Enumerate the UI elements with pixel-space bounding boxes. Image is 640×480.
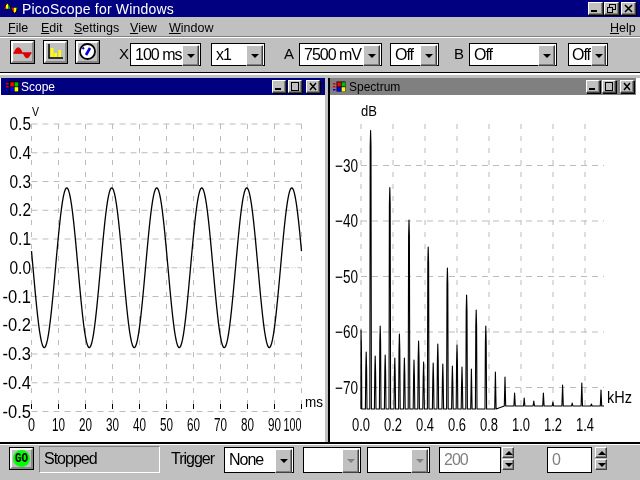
svg-text:GO: GO	[15, 452, 28, 466]
svg-text:−50: −50	[335, 267, 358, 287]
svg-text:50: 50	[160, 415, 173, 435]
svg-text:1.0: 1.0	[512, 415, 530, 435]
svg-text:40: 40	[133, 415, 146, 435]
svg-text:kHz: kHz	[607, 389, 632, 406]
svg-text:70: 70	[214, 415, 227, 435]
svg-text:0.2: 0.2	[10, 200, 32, 220]
svg-text:−70: −70	[335, 378, 358, 398]
svg-text:80: 80	[241, 415, 254, 435]
svg-text:90: 90	[268, 415, 281, 435]
svg-text:0.2: 0.2	[384, 415, 402, 435]
svg-text:60: 60	[187, 415, 200, 435]
svg-text:-0.5: -0.5	[3, 402, 32, 422]
svg-text:0.0: 0.0	[10, 258, 32, 278]
svg-text:−30: −30	[335, 156, 358, 176]
svg-text:100: 100	[284, 415, 302, 435]
svg-text:0.6: 0.6	[448, 415, 466, 435]
svg-text:−40: −40	[335, 211, 358, 231]
svg-text:0.1: 0.1	[10, 229, 32, 249]
svg-text:0.4: 0.4	[10, 143, 32, 163]
svg-text:−60: −60	[335, 322, 358, 342]
svg-text:-0.3: -0.3	[3, 344, 32, 364]
svg-text:0.3: 0.3	[10, 172, 32, 192]
svg-text:-0.2: -0.2	[3, 315, 32, 335]
svg-text:-0.4: -0.4	[3, 373, 32, 393]
svg-text:10: 10	[52, 415, 65, 435]
svg-text:0: 0	[28, 415, 35, 435]
svg-text:0.4: 0.4	[416, 415, 434, 435]
svg-text:V: V	[32, 104, 39, 119]
svg-text:dB: dB	[361, 102, 377, 119]
svg-text:0.0: 0.0	[352, 415, 370, 435]
svg-text:1.2: 1.2	[544, 415, 562, 435]
svg-text:0.5: 0.5	[10, 114, 32, 134]
svg-text:20: 20	[79, 415, 92, 435]
svg-text:ms: ms	[305, 393, 323, 410]
svg-text:30: 30	[106, 415, 119, 435]
svg-text:1.4: 1.4	[576, 415, 594, 435]
svg-text:-0.1: -0.1	[3, 287, 32, 307]
svg-text:0.8: 0.8	[480, 415, 498, 435]
